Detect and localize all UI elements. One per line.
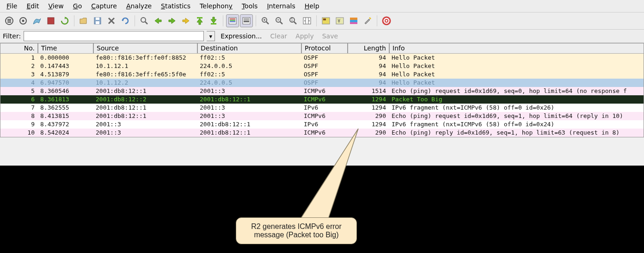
table-row[interactable]: 98.4379722001::32001:db8:12::1IPv61294IP… <box>0 120 644 129</box>
svg-rect-6 <box>48 18 54 24</box>
table-row[interactable]: 88.4138152001:db8:12::12001::3ICMPv6290E… <box>0 112 644 120</box>
start-capture-button[interactable] <box>31 14 43 27</box>
zoom-out-button[interactable] <box>273 14 286 27</box>
back-icon <box>154 17 162 25</box>
apply-button[interactable]: Apply <box>293 32 317 40</box>
menu-go[interactable]: Go <box>69 1 86 11</box>
go-to-packet-button[interactable] <box>179 14 192 27</box>
cell-info: Hello Packet <box>389 79 644 87</box>
cell-destination: 224.0.0.5 <box>197 79 301 87</box>
menu-analyze[interactable]: Analyze <box>123 1 155 11</box>
cell-no: 6 <box>0 95 37 104</box>
cell-source: 2001:db8:12::2 <box>93 95 197 104</box>
cell-protocol: IPv6 <box>301 104 347 112</box>
cell-time: 8.413815 <box>37 112 93 120</box>
autoscroll-icon <box>242 17 251 25</box>
clear-button[interactable]: Clear <box>268 32 290 40</box>
jump-icon <box>182 17 190 25</box>
filter-dropdown[interactable]: ▾ <box>207 31 215 41</box>
open-icon <box>80 17 88 25</box>
cell-info: Echo (ping) reply id=0x1d69, seq=1, hop … <box>389 129 644 137</box>
col-destination[interactable]: Destination <box>197 43 301 53</box>
cell-source: 2001:db8:12::1 <box>93 87 197 95</box>
menu-help[interactable]: Help <box>301 1 323 11</box>
cell-protocol: OSPF <box>301 79 347 87</box>
cell-source: 10.1.12.2 <box>93 79 197 87</box>
svg-rect-1 <box>7 19 11 20</box>
cell-length: 1294 <box>347 95 389 104</box>
menubar: File Edit View Go Capture Analyze Statis… <box>0 0 644 12</box>
preferences-button[interactable] <box>361 14 374 27</box>
menu-statistics[interactable]: Statistics <box>157 1 194 11</box>
col-length[interactable]: Length <box>347 43 389 53</box>
table-row[interactable]: 34.513879fe80::f816:3eff:fe65:5f0eff02::… <box>0 70 644 79</box>
cell-no: 3 <box>0 70 37 79</box>
menu-telephony[interactable]: Telephony <box>196 1 236 11</box>
table-row[interactable]: 68.3618132001:db8:12::22001:db8:12::1ICM… <box>0 95 644 104</box>
table-row[interactable]: 10.000000fe80::f816:3eff:fe0f:8852ff02::… <box>0 54 644 62</box>
svg-rect-17 <box>230 21 235 22</box>
cell-no: 8 <box>0 112 37 120</box>
go-back-button[interactable] <box>152 14 165 27</box>
cell-destination: 2001:db8:12::1 <box>197 95 301 104</box>
col-protocol[interactable]: Protocol <box>301 43 347 53</box>
find-button[interactable] <box>138 14 151 27</box>
open-button[interactable] <box>77 14 90 27</box>
restart-capture-button[interactable] <box>58 14 71 27</box>
save-button[interactable] <box>91 14 104 27</box>
menu-file[interactable]: File <box>3 1 21 11</box>
col-source[interactable]: Source <box>93 43 197 53</box>
close-button[interactable] <box>105 14 118 27</box>
cell-destination: 2001:db8:12::1 <box>197 120 301 129</box>
colorize-button[interactable] <box>226 14 239 27</box>
coloring-rules-button[interactable] <box>347 14 360 27</box>
capture-filters-button[interactable] <box>319 14 332 27</box>
top-icon <box>196 17 203 25</box>
svg-rect-19 <box>244 19 249 19</box>
table-row[interactable]: 78.3625552001:db8:12::12001::3IPv61294IP… <box>0 104 644 112</box>
filter-bar: Filter: ▾ Expression... Clear Apply Save <box>0 30 644 43</box>
menu-edit[interactable]: Edit <box>23 1 43 11</box>
zoom-reset-button[interactable]: 1 <box>287 14 300 27</box>
col-info[interactable]: Info <box>389 43 644 53</box>
resize-columns-button[interactable] <box>301 14 313 27</box>
go-last-button[interactable] <box>207 14 220 27</box>
zoom-reset-icon: 1 <box>289 17 297 25</box>
help-button[interactable] <box>380 14 393 27</box>
table-row[interactable]: 20.14744310.1.12.1224.0.0.5OSPF94Hello P… <box>0 62 644 70</box>
col-no[interactable]: No. <box>0 43 37 53</box>
menu-tools[interactable]: Tools <box>238 1 262 11</box>
autoscroll-button[interactable] <box>240 14 253 27</box>
zoom-in-icon <box>261 17 270 25</box>
callout-text: R2 generates ICMPv6 error message (Packe… <box>251 222 342 239</box>
interfaces-button[interactable] <box>3 14 16 27</box>
reload-button[interactable] <box>119 14 132 27</box>
menu-view[interactable]: View <box>45 1 67 11</box>
table-row[interactable]: 58.3605462001:db8:12::12001::3ICMPv61514… <box>0 87 644 95</box>
cell-no: 2 <box>0 62 37 70</box>
cell-time: 8.437972 <box>37 120 93 129</box>
menu-internals[interactable]: Internals <box>263 1 299 11</box>
stop-capture-button[interactable] <box>44 14 57 27</box>
expression-button[interactable]: Expression... <box>218 32 264 40</box>
svg-rect-39 <box>350 18 357 20</box>
cell-protocol: OSPF <box>301 54 347 62</box>
table-row[interactable]: 46.94757010.1.12.2224.0.0.5OSPF94Hello P… <box>0 79 644 87</box>
svg-text:¥: ¥ <box>337 19 340 24</box>
cell-source: 2001:db8:12::1 <box>93 104 197 112</box>
callout-tail <box>287 129 379 226</box>
cell-protocol: OSPF <box>301 62 347 70</box>
svg-rect-36 <box>323 19 326 20</box>
col-time[interactable]: Time <box>37 43 93 53</box>
go-forward-button[interactable] <box>166 14 178 27</box>
separator <box>377 15 377 26</box>
display-filters-button[interactable]: ¥ <box>333 14 346 27</box>
chevron-down-icon: ▾ <box>209 33 212 40</box>
options-button[interactable] <box>17 14 30 27</box>
zoom-in-button[interactable] <box>259 14 272 27</box>
go-first-button[interactable] <box>193 14 206 27</box>
cell-time: 6.947570 <box>37 79 93 87</box>
menu-capture[interactable]: Capture <box>87 1 121 11</box>
save-filter-button[interactable]: Save <box>319 32 341 40</box>
filter-input[interactable] <box>24 31 204 41</box>
